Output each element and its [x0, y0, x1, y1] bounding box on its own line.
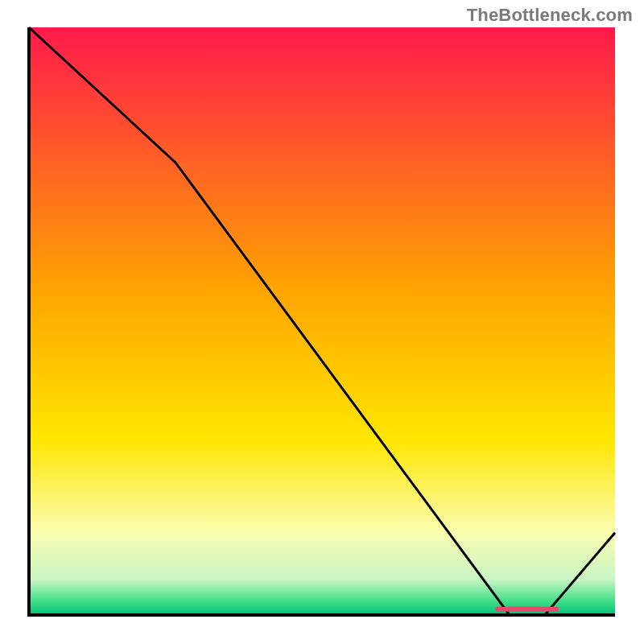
- plot-background: [29, 27, 615, 615]
- chart-canvas: [24, 24, 620, 620]
- watermark-text: TheBottleneck.com: [467, 5, 633, 26]
